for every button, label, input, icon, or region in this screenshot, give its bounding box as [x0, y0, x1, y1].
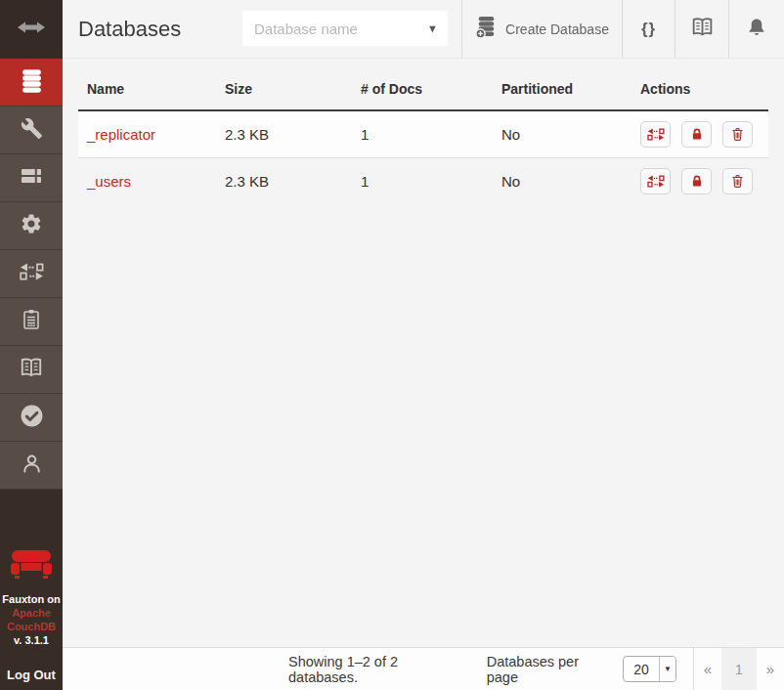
databases-content: Name Size # of Docs Partitioned Actions … [63, 60, 784, 647]
open-book-icon [690, 15, 715, 43]
per-page-label: Databases per page [487, 654, 612, 685]
database-icon [20, 68, 44, 97]
sidebar-item-documentation[interactable] [0, 346, 63, 394]
json-brackets-icon: {} [641, 20, 656, 39]
sidebar-item-setup[interactable] [0, 107, 63, 154]
replicate-icon [647, 173, 665, 190]
bell-icon [746, 17, 767, 42]
open-book-icon [19, 355, 44, 384]
column-header-actions: Actions [632, 60, 768, 110]
column-header-docs: # of Docs [352, 60, 493, 110]
sidebar: Fauxton on Apache CouchDB v. 3.1.1 Log O… [0, 0, 63, 690]
per-page-select[interactable]: 20 ▼ [623, 656, 676, 682]
table-row: _replicator 2.3 KB 1 No [78, 110, 768, 157]
create-database-label: Create Database [505, 22, 609, 37]
page-header: Databases ▼ Create Database [63, 0, 784, 59]
page-title: Databases [78, 17, 181, 42]
showing-summary: Showing 1–2 of 2 databases. [288, 654, 467, 685]
wrench-icon [21, 117, 43, 144]
gear-icon [20, 212, 43, 239]
replication-icon [20, 260, 44, 287]
trash-icon [729, 125, 746, 143]
sidebar-item-databases[interactable] [0, 59, 63, 107]
person-icon [20, 452, 44, 480]
previous-page-button[interactable]: « [694, 648, 721, 690]
pagination: « 1 » [693, 648, 784, 690]
lock-icon [689, 126, 705, 143]
sidebar-expand-handle[interactable] [0, 0, 63, 59]
check-circle-icon [20, 404, 44, 432]
databases-table: Name Size # of Docs Partitioned Actions … [78, 60, 768, 204]
replicate-database-button[interactable] [640, 168, 671, 194]
replicate-database-button[interactable] [640, 121, 671, 148]
column-header-size: Size [216, 60, 352, 110]
database-link[interactable]: _replicator [87, 126, 155, 143]
current-page-button[interactable]: 1 [721, 648, 757, 690]
table-header-row: Name Size # of Docs Partitioned Actions [78, 60, 768, 110]
size-cell: 2.3 KB [216, 157, 352, 204]
partitioned-cell: No [493, 110, 632, 157]
documentation-button[interactable] [675, 0, 728, 58]
couchdb-logo-icon [11, 575, 52, 591]
brand-version: v. 3.1.1 [0, 633, 63, 647]
delete-database-button[interactable] [722, 121, 753, 148]
create-database-icon [475, 16, 497, 42]
brand-couchdb: CouchDB [0, 620, 63, 633]
database-name-input[interactable] [242, 11, 448, 46]
sidebar-item-account[interactable] [0, 442, 63, 490]
set-permissions-button[interactable] [681, 121, 712, 148]
create-database-button[interactable]: Create Database [461, 0, 622, 58]
set-permissions-button[interactable] [681, 168, 712, 194]
docs-cell: 1 [352, 157, 493, 204]
table-row: _users 2.3 KB 1 No [78, 157, 768, 204]
docs-cell: 1 [352, 110, 493, 157]
trash-icon [729, 172, 746, 190]
sidebar-item-verify[interactable] [0, 394, 63, 442]
lock-icon [689, 173, 705, 190]
chevron-down-icon[interactable]: ▼ [427, 22, 438, 34]
server-stack-icon [20, 164, 43, 192]
database-link[interactable]: _users [87, 173, 131, 190]
brand-apache: Apache [0, 606, 63, 620]
sidebar-item-replication[interactable] [0, 250, 63, 298]
notifications-button[interactable] [728, 0, 784, 58]
chevron-down-icon: ▼ [659, 657, 675, 681]
delete-database-button[interactable] [722, 168, 753, 194]
brand-fauxton-on: Fauxton on [0, 592, 63, 606]
brand-block: Fauxton on Apache CouchDB v. 3.1.1 [0, 550, 63, 647]
sidebar-item-documents[interactable] [0, 298, 63, 346]
sidebar-item-configuration[interactable] [0, 202, 63, 250]
column-header-partitioned: Partitioned [493, 60, 632, 110]
database-search-box: ▼ [242, 11, 448, 46]
sidebar-item-active-tasks[interactable] [0, 154, 63, 202]
size-cell: 2.3 KB [216, 110, 352, 157]
logout-button[interactable]: Log Out [0, 668, 63, 682]
partitioned-cell: No [493, 157, 632, 204]
next-page-button[interactable]: » [757, 648, 784, 690]
api-url-button[interactable]: {} [622, 0, 675, 58]
column-header-name: Name [78, 60, 216, 110]
replicate-icon [647, 126, 665, 143]
clipboard-icon [20, 308, 43, 335]
footer-bar: Showing 1–2 of 2 databases. Databases pe… [63, 647, 784, 690]
resize-horizontal-icon [17, 20, 46, 39]
per-page-value: 20 [624, 662, 659, 677]
